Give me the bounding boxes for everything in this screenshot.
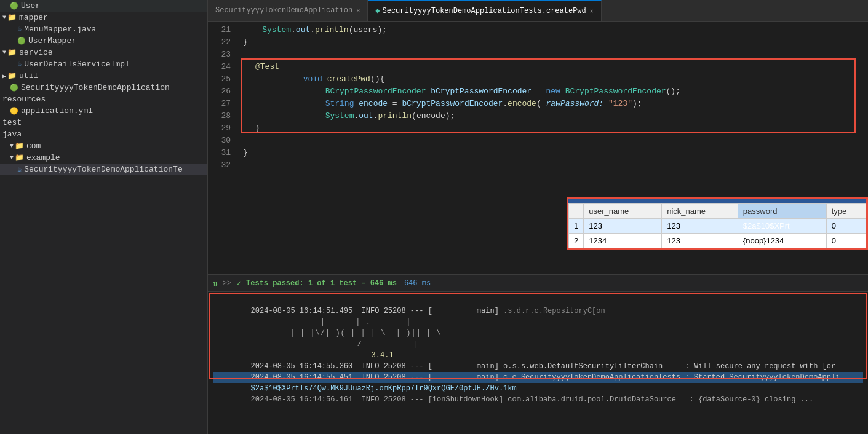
tab-label: SecurityyyyTokenDemoApplicationTests.cre… [383,7,586,15]
tab-app[interactable]: SecurityyyyTokenDemoApplication ✕ [208,0,368,21]
console-output: 2024-08-05 16:14:51.495 INFO 25208 --- [… [208,292,868,434]
sidebar-label: java [2,130,22,139]
db-table-content: user_name nick_name password type 1 123 … [568,203,866,248]
sidebar-label: User [21,1,40,10]
line-numbers: 21 22 23 24 25 26 27 28 29 30 31 32 [208,22,236,274]
folder-icon: 📁 [7,48,17,57]
col-username: user_name [584,204,662,219]
time-badge: 646 ms [404,279,431,288]
col-nickname: nick_name [662,204,738,219]
sidebar-label: example [26,153,60,162]
tab-label: SecurityyyyTokenDemoApplication [215,6,352,15]
col-rownum [569,204,584,219]
sidebar-item-test[interactable]: test [0,117,207,128]
code-line-25: void createPwd(){ [243,73,868,85]
folder-icon: 📁 [15,141,24,151]
sidebar-item-test-class[interactable]: ☕ SecurityyyyTokenDemoApplicationTe [0,164,207,175]
sidebar-item-user[interactable]: 🟢 User [0,0,207,12]
pass-icon: ✓ [236,278,241,288]
sidebar-label: resources [2,95,46,104]
sidebar-item-userdetails[interactable]: ☕ UserDetailsServiceImpl [0,58,207,70]
sidebar-item-resources[interactable]: resources [0,93,207,105]
console-line-1: 2024-08-05 16:14:51.495 INFO 25208 --- [… [213,294,863,306]
cell-password: $2a$10$XPrt [738,219,826,234]
cell-nickname: 123 [662,219,738,234]
code-line-21: System.out.println(users); [243,24,868,36]
row-num: 1 [569,219,584,234]
cell-type: 0 [826,219,866,234]
file-tree: 🟢 User ▼ 📁 mapper ☕ MenuMapper.java 🟢 Us… [0,0,208,434]
sort-icon[interactable]: ⇅ [213,278,218,288]
tab-file-icon: ◆ [375,6,380,15]
sidebar-item-yml[interactable]: 🟡 application.yml [0,105,207,117]
sidebar-label: test [2,118,22,127]
sidebar-item-example[interactable]: ▼ 📁 example [0,152,207,164]
sidebar-label: service [19,48,53,57]
sidebar-item-mapper[interactable]: ▼ 📁 mapper [0,12,207,23]
tabs-bar: SecurityyyyTokenDemoApplication ✕ ◆ Secu… [208,0,868,22]
code-line-30 [243,135,868,147]
sidebar-label: SecurityyyyTokenDemoApplication [21,83,170,92]
sidebar-item-java[interactable]: java [0,128,207,140]
expand-icon[interactable]: >> [223,279,231,288]
folder-icon: 📁 [7,71,17,81]
collapse-icon: ▼ [10,143,14,149]
folder-icon: 📁 [15,153,24,162]
col-password: password [738,204,826,219]
sidebar-item-com[interactable]: ▼ 📁 com [0,140,207,152]
test-toolbar: ⇅ >> ✓ Tests passed: 1 of 1 test – 646 m… [208,275,868,292]
db-table-titlebar [568,199,866,203]
table-row: 2 1234 123 {noop}1234 0 [569,234,866,248]
sidebar-label: util [19,71,38,81]
user-icon: 🟢 [10,2,18,10]
java-icon: ☕ [17,60,22,69]
row-num: 2 [569,234,584,248]
code-line-23 [243,49,868,61]
spring-icon: 🟢 [17,37,26,45]
col-type: type [826,204,866,219]
test-status: Tests passed: 1 of 1 test – 646 ms [246,279,397,288]
sidebar-item-service[interactable]: ▼ 📁 service [0,47,207,58]
sidebar-label: mapper [19,13,48,22]
sidebar-item-menumapper[interactable]: ☕ MenuMapper.java [0,23,207,35]
close-icon[interactable]: ✕ [590,7,594,15]
sidebar-item-util[interactable]: ▶ 📁 util [0,70,207,82]
sidebar-item-app[interactable]: 🟢 SecurityyyyTokenDemoApplication [0,82,207,93]
collapse-icon: ▼ [2,14,6,21]
collapse-icon: ▼ [2,49,6,56]
java-icon: ☕ [17,165,22,174]
collapse-icon: ▶ [2,73,6,80]
cell-nickname: 123 [662,234,738,248]
sidebar-label: UserDetailsServiceImpl [24,60,130,69]
table-row: 1 123 123 $2a$10$XPrt 0 [569,219,866,234]
db-data-table: user_name nick_name password type 1 123 … [568,203,866,248]
cell-username: 1234 [584,234,662,248]
sidebar-label: com [26,141,41,151]
sidebar-label: SecurityyyyTokenDemoApplicationTe [24,165,182,174]
code-line-31: } [243,147,868,159]
sidebar-label: UserMapper [28,36,76,45]
cell-username: 123 [584,219,662,234]
bottom-panel: ⇅ >> ✓ Tests passed: 1 of 1 test – 646 m… [208,274,868,434]
spring-icon: 🟢 [10,84,18,92]
sidebar-label: MenuMapper.java [24,25,96,34]
cell-password: {noop}1234 [738,234,826,248]
code-line-32 [243,159,868,172]
close-icon[interactable]: ✕ [356,7,360,14]
tab-tests[interactable]: ◆ SecurityyyyTokenDemoApplicationTests.c… [368,0,602,21]
sidebar-item-usermapper[interactable]: 🟢 UserMapper [0,35,207,47]
cell-type: 0 [826,234,866,248]
java-icon: ☕ [17,25,22,34]
yml-icon: 🟡 [10,107,18,115]
sidebar-label: application.yml [21,106,93,116]
folder-icon: 📁 [7,13,17,22]
database-table-overlay: user_name nick_name password type 1 123 … [567,197,868,250]
code-line-22: } [243,36,868,49]
collapse-icon: ▼ [10,154,14,161]
